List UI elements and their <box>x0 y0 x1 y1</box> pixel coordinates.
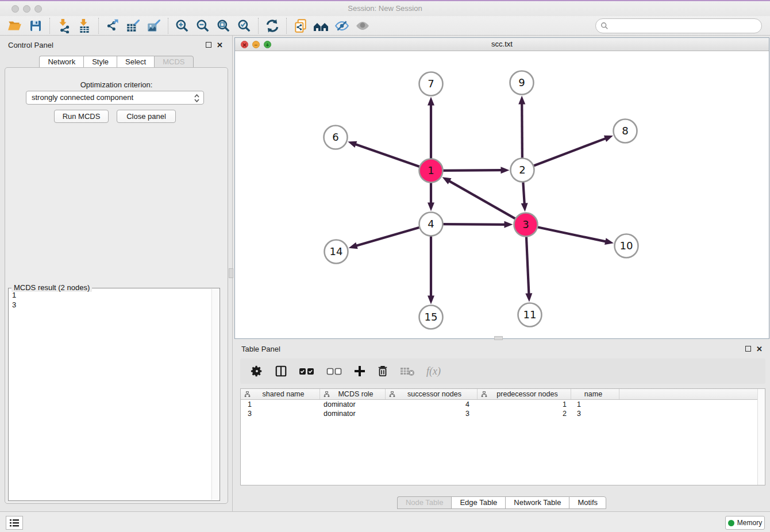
edge-4-14[interactable] <box>356 228 419 246</box>
memory-status-icon <box>728 520 734 526</box>
column-header-successor-nodes[interactable]: successor nodes <box>386 389 478 399</box>
node-10[interactable]: 10 <box>615 234 638 258</box>
network-minimize-icon[interactable]: − <box>252 41 260 48</box>
edge-2-3[interactable] <box>523 182 524 204</box>
tab-network-table[interactable]: Network Table <box>505 496 569 509</box>
memory-button[interactable]: Memory <box>725 516 765 530</box>
select-all-columns-icon[interactable] <box>299 363 315 380</box>
search-field[interactable] <box>595 18 762 33</box>
add-column-icon[interactable] <box>354 363 365 380</box>
table-cell[interactable]: 1 <box>571 400 619 409</box>
zoom-out-icon[interactable] <box>192 17 213 34</box>
tab-select[interactable]: Select <box>117 56 154 68</box>
table-cell[interactable]: 3 <box>386 409 478 418</box>
edge-2-8[interactable] <box>533 138 606 166</box>
node-7[interactable]: 7 <box>419 72 443 96</box>
split-columns-icon[interactable] <box>275 363 287 380</box>
open-session-icon[interactable] <box>5 17 25 34</box>
node-6[interactable]: 6 <box>324 126 348 149</box>
gear-icon[interactable] <box>251 363 263 380</box>
import-table-icon[interactable] <box>74 17 95 34</box>
table-cell[interactable]: dominator <box>320 409 386 418</box>
panel-divider-handle[interactable] <box>229 268 233 278</box>
close-panel-button[interactable]: Close panel <box>117 110 176 123</box>
export-table-icon[interactable] <box>123 17 144 34</box>
hide-icon[interactable] <box>332 17 352 34</box>
network-view-window[interactable]: ✕ − + scc.txt 7968124314101511 <box>234 37 769 339</box>
edge-1-2[interactable] <box>442 170 502 171</box>
column-header-name[interactable]: name <box>571 389 619 399</box>
control-panel-tabs: NetworkStyleSelectMCDS <box>0 56 233 68</box>
network-canvas[interactable]: 7968124314101511 <box>235 51 769 338</box>
table-scrollbar[interactable] <box>757 389 765 485</box>
node-2[interactable]: 2 <box>511 159 534 182</box>
app-titlebar[interactable]: Session: New Session <box>0 1 770 16</box>
result-scrollbar[interactable] <box>211 289 219 500</box>
table-cell[interactable]: 3 <box>571 409 619 418</box>
tab-mcds[interactable]: MCDS <box>154 56 193 68</box>
table-cell[interactable]: 1 <box>478 400 571 409</box>
mcds-result-title: MCDS result (2 nodes) <box>11 283 92 292</box>
table-cell[interactable]: 1 <box>241 400 320 409</box>
tab-node-table[interactable]: Node Table <box>397 496 452 509</box>
maximize-window-icon[interactable] <box>34 5 42 13</box>
zoom-in-icon[interactable] <box>172 17 192 34</box>
table-cell[interactable]: dominator <box>320 400 386 409</box>
node-15[interactable]: 15 <box>419 306 443 329</box>
reload-icon[interactable] <box>262 17 283 34</box>
tab-motifs[interactable]: Motifs <box>569 496 606 509</box>
network-close-icon[interactable]: ✕ <box>241 41 248 48</box>
task-history-button[interactable] <box>6 516 23 530</box>
horizontal-divider-handle[interactable] <box>494 336 503 340</box>
float-panel-icon[interactable] <box>206 42 211 48</box>
edge-3-1[interactable] <box>449 181 515 219</box>
edge-3-11[interactable] <box>526 236 529 294</box>
show-icon[interactable] <box>352 17 373 34</box>
import-network-icon[interactable] <box>53 17 74 34</box>
mcds-result-list[interactable]: 1 3 <box>12 290 16 310</box>
node-3[interactable]: 3 <box>514 213 538 237</box>
edge-1-6[interactable] <box>355 144 420 167</box>
node-14[interactable]: 14 <box>325 240 348 264</box>
table-row[interactable]: 3dominator323 <box>241 409 765 418</box>
criterion-select[interactable]: strongly connected component <box>26 91 204 105</box>
node-4[interactable]: 4 <box>419 213 443 236</box>
node-11[interactable]: 11 <box>518 303 542 327</box>
close-panel-icon[interactable]: ✕ <box>217 41 223 49</box>
deselect-all-columns-icon[interactable] <box>326 363 342 380</box>
tab-edge-table[interactable]: Edge Table <box>451 496 505 509</box>
table-row[interactable]: 1dominator411 <box>241 400 765 409</box>
tab-style[interactable]: Style <box>83 56 117 68</box>
network-maximize-icon[interactable]: + <box>264 41 271 48</box>
export-image-icon[interactable] <box>144 17 164 34</box>
table-cell[interactable]: 4 <box>386 400 478 409</box>
zoom-fit-icon[interactable] <box>213 17 234 34</box>
edge-3-10[interactable] <box>537 227 606 241</box>
export-network-icon[interactable] <box>102 17 123 34</box>
close-table-panel-icon[interactable]: ✕ <box>756 345 763 353</box>
float-table-panel-icon[interactable] <box>745 346 751 352</box>
node-9[interactable]: 9 <box>510 71 534 95</box>
edge-2-9[interactable] <box>522 103 522 158</box>
save-session-icon[interactable] <box>25 17 46 34</box>
node-8[interactable]: 8 <box>614 119 637 143</box>
table-cell[interactable]: 2 <box>478 409 571 418</box>
column-header-predecessor-nodes[interactable]: predecessor nodes <box>478 389 571 399</box>
table-panel: Table Panel ✕ f(x) shared nameMCDS roles… <box>233 340 770 511</box>
network-window-titlebar[interactable]: ✕ − + scc.txt <box>235 38 769 51</box>
neighbors-icon[interactable] <box>311 17 332 34</box>
column-header-shared-name[interactable]: shared name <box>241 389 320 399</box>
search-input[interactable] <box>595 18 762 33</box>
clone-network-icon[interactable] <box>290 17 311 34</box>
table-cell[interactable]: 3 <box>241 409 320 418</box>
node-1[interactable]: 1 <box>419 159 443 183</box>
edge-4-3[interactable] <box>442 224 505 225</box>
column-header-MCDS-role[interactable]: MCDS role <box>320 389 386 399</box>
delete-column-icon[interactable] <box>377 363 388 380</box>
tab-network[interactable]: Network <box>39 56 83 68</box>
run-mcds-button[interactable]: Run MCDS <box>54 110 109 123</box>
minimize-window-icon[interactable] <box>23 5 30 13</box>
edge-arrow-4-15 <box>428 296 434 304</box>
zoom-selected-icon[interactable] <box>234 17 255 34</box>
close-window-icon[interactable] <box>11 5 19 13</box>
